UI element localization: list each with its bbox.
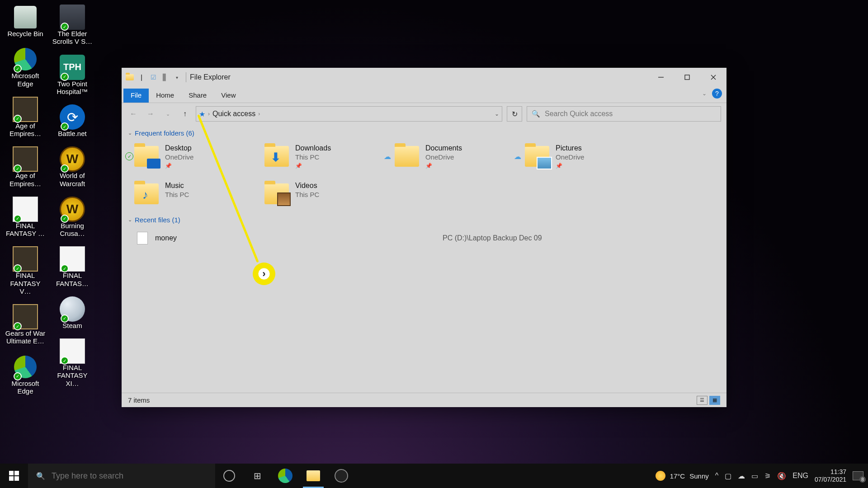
qat-dropdown-icon[interactable]: ▾ — [171, 72, 182, 83]
search-box[interactable]: 🔍 — [527, 106, 721, 122]
forward-button[interactable]: → — [144, 108, 157, 120]
desktop-icon[interactable]: ✓The Elder Scrolls V S… — [52, 5, 93, 46]
desktop-icon[interactable]: W✓World of Warcraft — [52, 146, 93, 188]
desktop-icon[interactable]: ⟳✓Battle.net — [52, 104, 93, 137]
desktop-icon[interactable]: ✓Gears of War Ultimate E… — [5, 304, 46, 345]
shortcut-badge-icon: ✓ — [61, 73, 69, 81]
shortcut-badge-icon: ✓ — [14, 215, 22, 223]
app-icon: W✓ — [60, 197, 85, 222]
weather-cond: Sunny — [689, 472, 709, 480]
action-center-button[interactable]: 8 — [853, 471, 863, 480]
icon-label: Gears of War Ultimate E… — [5, 329, 46, 345]
group-recent-files[interactable]: ⌄ Recent files (1) — [128, 216, 720, 224]
desktop-icon[interactable]: ✓FINAL FANTASY … — [5, 197, 46, 238]
frequent-folder-item[interactable]: DownloadsThis PC📌 — [263, 142, 384, 171]
shortcut-badge-icon: ✓ — [61, 215, 69, 223]
frequent-folder-item[interactable]: ☁DocumentsOneDrive📌 — [393, 142, 514, 171]
app-icon: ✓ — [13, 304, 38, 329]
weather-temp: 17°C — [670, 472, 685, 480]
frequent-folder-item[interactable]: ✓DesktopOneDrive📌 — [132, 142, 254, 171]
new-folder-icon[interactable]: ▋ — [160, 72, 170, 83]
minimize-button[interactable] — [648, 68, 674, 87]
recent-locations-icon[interactable]: ⌄ — [161, 108, 174, 120]
task-view-button[interactable]: ⊞ — [243, 464, 271, 488]
properties-icon[interactable]: ☑ — [148, 72, 159, 83]
icon-label: FINAL FANTASY V… — [5, 272, 46, 295]
desktop-icon[interactable]: ✓Steam — [52, 296, 93, 329]
cloud-icon: ☁ — [514, 152, 521, 161]
folder-location: This PC — [295, 153, 331, 161]
desktop-icon[interactable]: W✓Burning Crusa… — [52, 197, 93, 238]
chevron-right-icon[interactable]: › — [258, 111, 260, 117]
close-button[interactable] — [700, 68, 726, 87]
tab-view[interactable]: View — [214, 89, 243, 103]
frequent-folder-item[interactable]: VideosThis PC — [263, 180, 384, 206]
icon-label: Recycle Bin — [7, 30, 43, 38]
taskbar-app-xbox[interactable] — [327, 464, 355, 488]
taskbar-search[interactable]: 🔍 — [28, 464, 215, 488]
taskbar-app-file-explorer[interactable] — [299, 464, 327, 488]
tray-overflow-icon[interactable]: ^ — [715, 472, 719, 480]
chevron-right-icon[interactable]: › — [208, 111, 210, 117]
tab-home[interactable]: Home — [149, 89, 181, 103]
battery-icon[interactable]: ▭ — [751, 472, 758, 480]
folder-location: OneDrive — [556, 153, 584, 161]
frequent-folder-item[interactable]: MusicThis PC — [132, 180, 254, 206]
ribbon-expand-icon[interactable]: ⌄ — [702, 90, 707, 97]
sun-icon — [656, 471, 665, 481]
onedrive-icon[interactable]: ▢ — [725, 472, 731, 480]
start-button[interactable] — [0, 464, 28, 488]
file-name: money — [155, 234, 435, 242]
address-dropdown-icon[interactable]: ⌄ — [495, 111, 499, 117]
group-label: Frequent folders (6) — [135, 129, 194, 137]
breadcrumb-location[interactable]: Quick access — [212, 110, 255, 118]
tiles-view-button[interactable]: ▦ — [709, 396, 720, 405]
group-frequent-folders[interactable]: ⌄ Frequent folders (6) — [128, 129, 720, 137]
app-icon: ✓ — [13, 146, 38, 172]
icon-label: Microsoft Edge — [5, 72, 46, 88]
clock[interactable]: 11:37 07/07/2021 — [815, 468, 846, 483]
icon-label: FINAL FANTASY … — [5, 222, 46, 238]
titlebar[interactable]: | ☑ ▋ ▾ File Explorer — [122, 68, 726, 87]
cloud-icon[interactable]: ☁ — [738, 472, 745, 480]
icon-label: Two Point Hospital™ — [52, 80, 93, 96]
icon-label: FINAL FANTASY XI… — [52, 364, 93, 387]
icon-label: FINAL FANTAS… — [52, 272, 93, 287]
taskbar-app-edge[interactable] — [271, 464, 299, 488]
shortcut-badge-icon: ✓ — [61, 122, 69, 131]
wifi-icon[interactable]: ⚞ — [764, 472, 771, 480]
desktop-icon[interactable]: ✓Age of Empires… — [5, 146, 46, 188]
chevron-down-icon: ⌄ — [128, 130, 132, 136]
recent-file-item[interactable]: money PC (D:)\Laptop Backup Dec 09 — [132, 229, 720, 247]
icon-label: Battle.net — [58, 130, 86, 137]
details-view-button[interactable]: ☰ — [697, 396, 708, 405]
desktop-icon[interactable]: ✓FINAL FANTASY XI… — [52, 338, 93, 387]
desktop-icon[interactable]: ✓FINAL FANTAS… — [52, 246, 93, 287]
volume-icon[interactable]: 🔇 — [777, 472, 786, 480]
language-indicator[interactable]: ENG — [793, 472, 808, 480]
up-button[interactable]: ↑ — [179, 108, 191, 120]
weather-widget[interactable]: 17°C Sunny — [656, 471, 709, 481]
icon-label: Age of Empires… — [5, 122, 46, 138]
shortcut-badge-icon: ✓ — [14, 322, 22, 330]
group-label: Recent files (1) — [135, 216, 180, 224]
desktop-icon[interactable]: ✓Microsoft Edge — [5, 354, 46, 395]
folder-location: This PC — [165, 191, 189, 198]
back-button[interactable]: ← — [127, 108, 140, 120]
taskbar-search-input[interactable] — [52, 471, 207, 481]
desktop-icon[interactable]: ✓FINAL FANTASY V… — [5, 246, 46, 295]
search-input[interactable] — [545, 110, 716, 118]
refresh-button[interactable]: ↻ — [507, 106, 522, 122]
help-button[interactable]: ? — [712, 89, 722, 99]
status-bar: 7 items ☰ ▦ — [122, 393, 726, 407]
maximize-button[interactable] — [674, 68, 700, 87]
tab-file[interactable]: File — [123, 89, 149, 103]
desktop-icon[interactable]: ✓Age of Empires… — [5, 97, 46, 138]
address-bar[interactable]: ★ › Quick access › ⌄ — [196, 106, 502, 122]
frequent-folder-item[interactable]: ☁PicturesOneDrive📌 — [523, 142, 644, 171]
cortana-button[interactable] — [215, 464, 243, 488]
tab-share[interactable]: Share — [181, 89, 214, 103]
desktop-icon[interactable]: ✓Microsoft Edge — [5, 47, 46, 88]
desktop-icon[interactable]: TPH✓Two Point Hospital™ — [52, 55, 93, 96]
desktop-icon[interactable]: Recycle Bin — [5, 5, 46, 38]
